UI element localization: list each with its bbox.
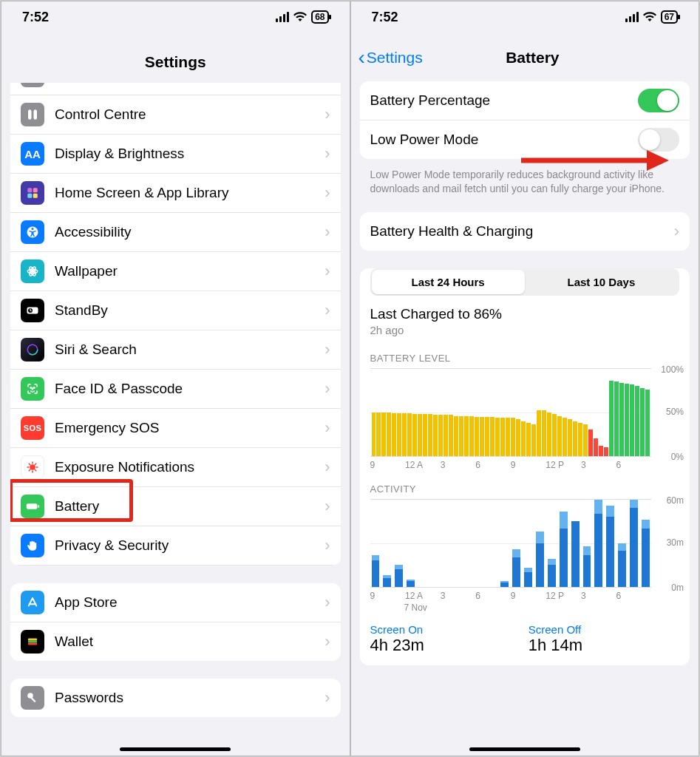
chevron-right-icon: › [324,83,330,85]
home-indicator[interactable] [469,747,580,751]
settings-group-3: Passwords › [10,679,341,717]
chevron-right-icon: › [324,418,330,438]
low-power-mode-toggle[interactable] [638,128,679,152]
chevron-right-icon: › [324,144,330,163]
chevron-right-icon: › [324,183,330,203]
gear-icon: ⚙ [26,83,39,84]
last-charged-title: Last Charged to 86% [370,306,680,322]
screen-time-stats: Screen On 4h 23m Screen Off 1h 14m [360,613,690,658]
x-axis-date: 7 Nov [360,601,690,613]
last-charged-sub: 2h ago [370,322,680,336]
row-faceid[interactable]: Face ID & Passcode › [10,370,341,409]
svg-line-24 [35,469,36,471]
wifi-icon [643,10,656,24]
row-label: Passwords [55,690,324,706]
battery-screen: 7:52 67 ‹ Settings Battery Battery Perce… [350,1,700,756]
row-label: StandBy [55,302,324,319]
row-label: Emergency SOS [55,420,324,436]
time-range-tabs: Last 24 Hours Last 10 Days [370,268,680,296]
svg-rect-2 [27,188,32,192]
appstore-icon [26,596,39,609]
activity-chart: 60m 30m 0m [370,499,652,588]
row-accessibility[interactable]: Accessibility › [10,213,341,252]
sliders-icon [26,108,39,121]
row-label: General [55,83,324,84]
nav-bar: ‹ Settings Battery [351,33,699,77]
row-label: Home Screen & App Library [55,185,324,201]
row-label: Battery Health & Charging [370,223,674,240]
row-exposure[interactable]: Exposure Notifications › [10,448,341,487]
wifi-icon [293,10,307,24]
status-time: 7:52 [22,10,49,25]
chevron-right-icon: › [324,223,330,242]
siri-icon [26,343,39,356]
row-passwords[interactable]: Passwords › [10,679,341,717]
row-battery-health[interactable]: Battery Health & Charging › [360,212,690,251]
row-label: Face ID & Passcode [55,381,324,397]
chevron-right-icon: › [324,497,330,516]
battery-percentage-toggle[interactable] [638,89,679,112]
svg-rect-29 [28,639,37,641]
faceid-icon [26,382,39,396]
row-privacy[interactable]: Privacy & Security › [10,526,341,566]
row-label: App Store [55,594,324,611]
row-label: Wallpaper [55,263,324,279]
settings-screen: 7:52 68 Settings ⚙ General › Control Cen… [1,1,350,756]
row-wallpaper[interactable]: Wallpaper › [10,252,341,291]
row-battery[interactable]: Battery › [10,487,341,526]
row-label: Control Centre [55,106,324,123]
clock-icon [26,304,39,317]
x-axis: 912 A36912 P36 [370,460,652,470]
virus-icon [26,461,39,474]
y-label: 100% [661,364,684,375]
settings-group-2: App Store › Wallet › [10,583,341,661]
status-bar: 7:52 68 [1,1,350,33]
chevron-right-icon: › [324,105,330,124]
row-label: Exposure Notifications [55,459,324,475]
chevron-right-icon: › [674,222,679,241]
x-axis: 912 A36912 P36 [370,591,652,601]
screen-on-value: 4h 23m [370,636,521,655]
svg-line-23 [29,464,30,465]
svg-rect-3 [33,188,38,192]
svg-rect-1 [34,109,38,120]
tab-24h[interactable]: Last 24 Hours [372,270,525,294]
text-size-icon: AA [24,148,41,160]
row-control-centre[interactable]: Control Centre › [10,95,341,135]
row-wallet[interactable]: Wallet › [10,622,341,661]
svg-line-26 [35,464,36,465]
battery-indicator: 68 [311,10,328,24]
usage-card: Last 24 Hours Last 10 Days Last Charged … [360,268,690,665]
svg-rect-27 [27,503,38,509]
svg-line-25 [29,469,30,471]
home-indicator[interactable] [120,747,231,751]
chevron-right-icon: › [324,262,330,281]
row-appstore[interactable]: App Store › [10,583,341,622]
row-label: Display & Brightness [55,146,324,162]
page-title: Battery [378,49,687,67]
screen-off-label: Screen Off [529,623,679,636]
health-group: Battery Health & Charging › [360,212,690,251]
tab-10d[interactable]: Last 10 Days [525,270,678,294]
svg-point-7 [32,228,34,230]
battery-icon [24,498,41,515]
row-general[interactable]: ⚙ General › [10,83,341,95]
status-time: 7:52 [372,10,398,25]
y-label: 0m [671,583,684,593]
y-label: 50% [666,407,684,417]
row-battery-percentage: Battery Percentage [360,81,690,120]
row-siri[interactable]: Siri & Search › [10,330,341,370]
row-sos[interactable]: SOS Emergency SOS › [10,409,341,448]
screen-off-value: 1h 14m [529,636,679,655]
row-low-power-mode: Low Power Mode [360,120,690,159]
accessibility-icon [26,225,39,239]
row-standby[interactable]: StandBy › [10,291,341,330]
chevron-left-icon: ‹ [359,47,365,68]
y-label: 0% [671,452,684,462]
row-display[interactable]: AA Display & Brightness › [10,135,341,174]
page-title: Settings [1,33,350,83]
svg-point-18 [30,464,35,470]
row-label: Privacy & Security [55,537,324,554]
svg-rect-0 [28,109,32,120]
row-home[interactable]: Home Screen & App Library › [10,174,341,213]
